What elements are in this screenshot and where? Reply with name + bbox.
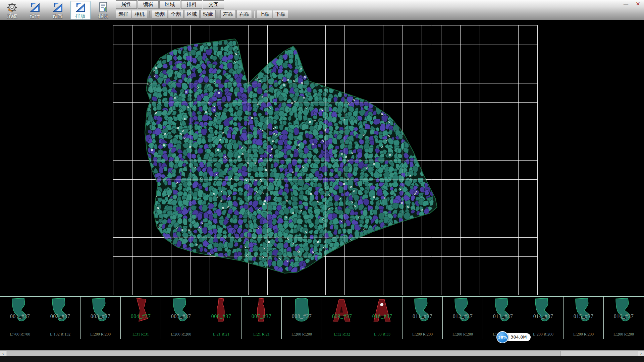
piece-shape xyxy=(607,298,640,324)
memory-badge[interactable]: 38% 384.8M xyxy=(496,331,531,343)
piece-shape xyxy=(164,298,198,324)
piece-lr-count: L:200 R:200 xyxy=(402,332,442,337)
piece-label: 006_#37 xyxy=(201,313,241,319)
piece-label: 004_#37 xyxy=(121,313,161,319)
piece-label: 005_#37 xyxy=(161,313,201,319)
piece-shape xyxy=(365,298,399,324)
ribbon-button-label: 排版 xyxy=(75,13,86,19)
tool-button-defect[interactable]: 瑕疵 xyxy=(200,10,216,18)
ribbon: 系统设计设置排版报表 属性编辑区域排料交互 聚排相机选割全割区域瑕疵左靠右靠上靠… xyxy=(0,0,644,20)
piece-lr-count: L:200 R:200 xyxy=(282,332,322,337)
piece-shape xyxy=(325,298,359,324)
thumbnail-002_#37[interactable]: 002_#37L:132 R:132 xyxy=(40,297,80,339)
ribbon-button-label: 设置 xyxy=(53,13,63,19)
piece-lr-count: L:21 R:21 xyxy=(201,332,241,337)
thumbnail-004_#37[interactable]: 004_#37L:31 R:31 xyxy=(121,297,161,339)
thumbnail-007_#37[interactable]: 007_#37L:21 R:21 xyxy=(241,297,282,339)
ribbon-button-report[interactable]: 报表 xyxy=(93,1,113,19)
toolbar-separator xyxy=(149,11,150,18)
tool-button-region-cut[interactable]: 区域 xyxy=(184,10,200,18)
piece-label: 014_#37 xyxy=(523,313,563,319)
ribbon-big-buttons: 系统设计设置排版报表 xyxy=(2,0,113,20)
menu-tab-interact[interactable]: 交互 xyxy=(203,0,224,9)
piece-label: 008_#37 xyxy=(282,313,322,319)
thumbnail-009_#37[interactable]: 009_#37L:32 R:32 xyxy=(322,297,362,339)
ribbon-button-layout[interactable]: 排版 xyxy=(70,1,91,19)
thumbnail-010_#37[interactable]: 010_#37L:33 R:33 xyxy=(362,297,402,339)
thumbnail-015_#37[interactable]: 015_#37L:200 R:200 xyxy=(564,297,604,339)
piece-lr-count: L:700 R:700 xyxy=(0,332,40,337)
ribbon-button-label: 报表 xyxy=(98,13,108,19)
piece-lr-count: L:21 R:21 xyxy=(241,332,281,337)
tool-button-cut-all[interactable]: 全割 xyxy=(168,10,183,18)
piece-lr-count: L:200 R:200 xyxy=(80,332,120,337)
window-controls: — ✕ xyxy=(623,1,641,7)
tool-button-select-cut[interactable]: 选割 xyxy=(152,10,167,18)
piece-shape xyxy=(245,298,278,324)
horizontal-scrollbar[interactable]: ‹ › xyxy=(0,350,644,356)
piece-lr-count: L:32 R:32 xyxy=(322,332,362,337)
ruler-icon xyxy=(52,2,63,13)
ribbon-button-label: 设计 xyxy=(30,13,40,19)
thumbnail-001_#37[interactable]: 001_#37L:700 R:700 xyxy=(0,297,40,339)
piece-label: 013_#37 xyxy=(483,313,523,319)
pieces-strip: 001_#37L:700 R:700002_#37L:132 R:132003_… xyxy=(0,296,644,339)
thumbnail-011_#37[interactable]: 011_#37L:200 R:200 xyxy=(402,297,443,339)
piece-lr-count: L:200 R:200 xyxy=(604,332,644,337)
piece-label: 015_#37 xyxy=(564,313,603,319)
toolbar-separator xyxy=(218,11,218,18)
tool-button-align-right[interactable]: 右靠 xyxy=(236,10,252,18)
thumbnail-008_#37[interactable]: 008_#37L:200 R:200 xyxy=(282,297,322,339)
piece-label: 011_#37 xyxy=(402,313,442,319)
menu-tab-region[interactable]: 区域 xyxy=(159,0,180,9)
menu-tab-nesting[interactable]: 排料 xyxy=(181,0,202,9)
nesting-canvas[interactable] xyxy=(0,20,644,296)
progress-circle[interactable]: 38% xyxy=(496,331,508,343)
piece-shape xyxy=(567,298,600,324)
ruler-icon xyxy=(29,2,41,13)
menu-row-primary: 属性编辑区域排料交互 xyxy=(116,0,288,9)
scroll-left-arrow[interactable]: ‹ xyxy=(0,351,6,356)
piece-label: 003_#37 xyxy=(80,313,120,319)
gear-icon xyxy=(6,2,18,13)
piece-label: 016_#37 xyxy=(604,313,644,319)
tool-button-align-bottom[interactable]: 下靠 xyxy=(273,10,288,18)
minimize-button[interactable]: — xyxy=(623,1,629,7)
piece-shape xyxy=(3,298,37,324)
scroll-track[interactable] xyxy=(6,351,638,356)
piece-shape xyxy=(486,298,520,324)
close-button[interactable]: ✕ xyxy=(635,1,641,7)
piece-shape xyxy=(43,298,77,324)
tool-button-align-top[interactable]: 上靠 xyxy=(257,10,272,18)
piece-lr-count: L:31 R:31 xyxy=(121,332,161,337)
piece-shape xyxy=(204,298,238,324)
piece-lr-count: L:200 R:200 xyxy=(161,332,201,337)
thumbnail-006_#37[interactable]: 006_#37L:21 R:21 xyxy=(201,297,241,339)
ribbon-button-design[interactable]: 设计 xyxy=(25,1,45,19)
piece-shape xyxy=(124,298,157,324)
piece-lr-count: L:132 R:132 xyxy=(40,332,80,337)
piece-shape xyxy=(526,298,560,324)
ruler-icon xyxy=(75,2,86,13)
ribbon-button-system[interactable]: 系统 xyxy=(2,1,22,19)
thumbnail-012_#37[interactable]: 012_#37L:200 R:200 xyxy=(443,297,483,339)
thumbnail-016_#37[interactable]: 016_#37L:200 R:200 xyxy=(604,297,644,339)
piece-label: 001_#37 xyxy=(0,313,40,319)
thumbnail-005_#37[interactable]: 005_#37L:200 R:200 xyxy=(161,297,201,339)
report-icon xyxy=(98,2,109,13)
piece-label: 009_#37 xyxy=(322,313,362,319)
bottom-bar xyxy=(0,356,644,362)
menu-tab-edit[interactable]: 编辑 xyxy=(138,0,159,9)
tool-button-camera[interactable]: 相机 xyxy=(132,10,147,18)
tool-button-align-left[interactable]: 左靠 xyxy=(220,10,236,18)
scroll-thumb[interactable] xyxy=(7,351,561,356)
ribbon-button-settings[interactable]: 设置 xyxy=(48,1,68,19)
thumbnail-003_#37[interactable]: 003_#37L:200 R:200 xyxy=(80,297,121,339)
piece-shape xyxy=(84,298,117,324)
scroll-right-arrow[interactable]: › xyxy=(638,351,644,356)
piece-lr-count: L:200 R:200 xyxy=(443,332,483,337)
tool-button-cluster-nest[interactable]: 聚排 xyxy=(116,10,131,18)
piece-label: 002_#37 xyxy=(40,313,80,319)
menu-tab-properties[interactable]: 属性 xyxy=(116,0,137,9)
toolbar-separator xyxy=(254,11,255,18)
